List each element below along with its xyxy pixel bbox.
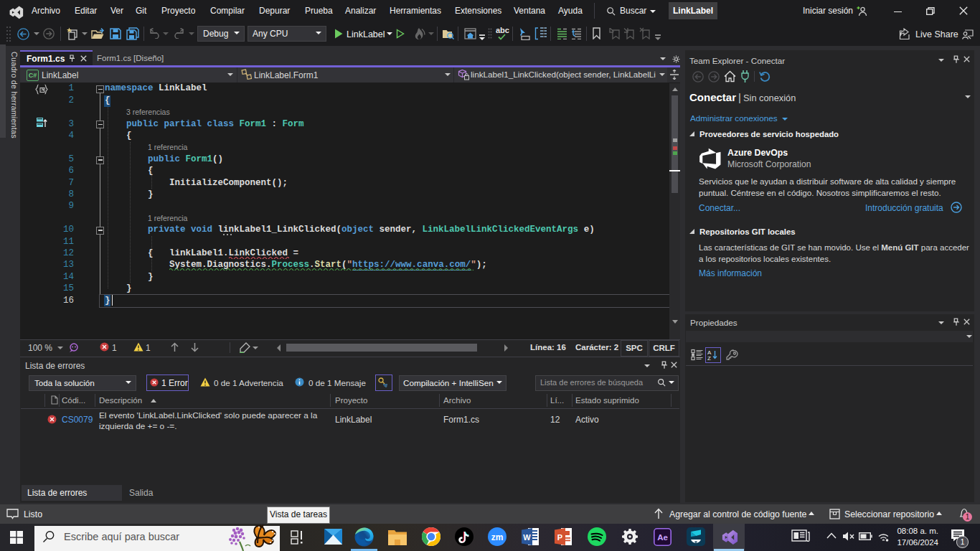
svg-text:W: W — [523, 533, 531, 542]
svg-text:Ae: Ae — [657, 533, 668, 542]
svg-text:Z: Z — [707, 355, 711, 360]
svg-text:zm: zm — [491, 532, 504, 542]
svg-text:P: P — [557, 533, 562, 542]
